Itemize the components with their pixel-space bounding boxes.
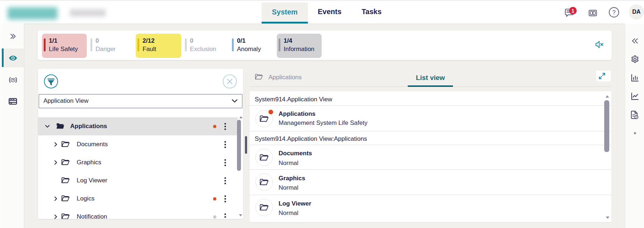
- svg-text:?: ?: [613, 9, 616, 16]
